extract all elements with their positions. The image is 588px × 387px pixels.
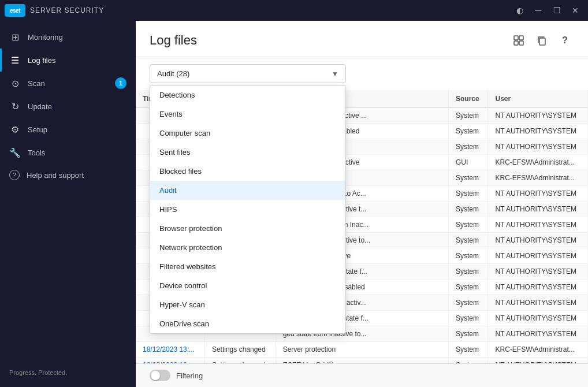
eset-logo: eset — [5, 4, 25, 17]
contrast-button[interactable]: ◐ — [512, 2, 528, 18]
cell-user: NT AUTHORITY\SYSTEM — [488, 326, 588, 342]
cell-event: Settings changed — [204, 358, 276, 364]
cell-source: System — [449, 295, 488, 311]
cell-source: System — [449, 342, 488, 358]
scan-badge: 1 — [115, 77, 126, 89]
cell-source: System — [449, 311, 488, 326]
cell-source: System — [449, 248, 488, 264]
sidebar-item-log-files[interactable]: ☰ Log files — [0, 49, 136, 72]
cell-user: KRC-EFSW\Administrat... — [488, 342, 588, 358]
dropdown-item-computer-scan[interactable]: Computer scan — [150, 124, 345, 143]
sidebar-label: Scan — [28, 79, 45, 88]
dropdown-item-hips[interactable]: HIPS — [150, 200, 345, 219]
content-area: Log files ? — [136, 21, 588, 387]
cell-user: NT AUTHORITY\SYSTEM — [488, 186, 588, 202]
log-type-dropdown[interactable]: Audit (28) ▼ — [150, 64, 346, 83]
sidebar-label: Monitoring — [28, 33, 63, 42]
cell-user: NT AUTHORITY\SYSTEM — [488, 311, 588, 326]
dropdown-menu: Detections Events Computer scan Sent fil… — [150, 85, 346, 334]
dropdown-item-events[interactable]: Events — [150, 105, 345, 124]
close-button[interactable]: ✕ — [567, 2, 583, 18]
cell-time: 18/12/2023 13:... — [136, 358, 204, 364]
sidebar-label: Update — [28, 102, 52, 111]
table-row[interactable]: 18/12/2023 13:... Settings changed Serve… — [136, 342, 588, 358]
cell-message: Server protection — [276, 342, 448, 358]
cell-user: NT AUTHORITY\SYSTEM — [488, 358, 588, 364]
cell-user: NT AUTHORITY\SYSTEM — [488, 280, 588, 295]
cell-user: NT AUTHORITY\SYSTEM — [488, 139, 588, 155]
dropdown-item-detections[interactable]: Detections — [150, 85, 345, 105]
tools-icon: 🔧 — [9, 147, 21, 158]
dropdown-area: Audit (28) ▼ Detections Events Computer … — [136, 57, 588, 90]
cell-user: NT AUTHORITY\SYSTEM — [488, 108, 588, 124]
dropdown-selected-value: Audit (28) — [157, 69, 189, 78]
cell-source: System — [449, 326, 488, 342]
toggle-knob — [151, 371, 160, 380]
cell-source: System — [449, 139, 488, 155]
col-header-user: User — [488, 90, 588, 108]
header-actions: ? — [509, 31, 574, 50]
monitoring-icon: ⊞ — [9, 31, 21, 43]
cell-user: NT AUTHORITY\SYSTEM — [488, 217, 588, 233]
cell-source: System — [449, 264, 488, 280]
sidebar-item-help[interactable]: ? Help and support — [0, 164, 136, 186]
sidebar-label: Log files — [28, 56, 55, 65]
footer: Filtering — [136, 363, 588, 387]
dropdown-item-filtered-websites[interactable]: Filtered websites — [150, 257, 345, 276]
dropdown-item-hyperv-scan[interactable]: Hyper-V scan — [150, 295, 345, 314]
sidebar-item-update[interactable]: ↻ Update — [0, 95, 136, 118]
cell-source: GUI — [449, 155, 488, 170]
cell-time: 18/12/2023 13:... — [136, 342, 204, 358]
update-icon: ↻ — [9, 101, 21, 112]
sidebar-label: Setup — [28, 125, 47, 134]
help-icon: ? — [9, 170, 20, 180]
cell-event: Settings changed — [204, 342, 276, 358]
maximize-button[interactable]: ❐ — [549, 2, 565, 18]
filtering-toggle[interactable] — [150, 370, 170, 381]
titlebar: eset SERVER SECURITY ◐ ─ ❐ ✕ — [0, 0, 588, 21]
grid-view-button[interactable] — [509, 31, 528, 50]
dropdown-item-device-control[interactable]: Device control — [150, 276, 345, 295]
cell-source: System — [449, 358, 488, 364]
table-row[interactable]: 18/12/2023 13:... Settings changed ESET … — [136, 358, 588, 364]
dropdown-item-audit[interactable]: Audit — [150, 181, 345, 200]
svg-rect-3 — [519, 41, 523, 45]
minimize-button[interactable]: ─ — [530, 2, 546, 18]
cell-user: KRC-EFSW\Administrat... — [488, 170, 588, 186]
cell-user: NT AUTHORITY\SYSTEM — [488, 248, 588, 264]
sidebar-item-tools[interactable]: 🔧 Tools — [0, 141, 136, 164]
sidebar-item-scan[interactable]: ⊙ Scan 1 — [0, 72, 136, 95]
help-button[interactable]: ? — [556, 31, 574, 50]
sidebar-item-monitoring[interactable]: ⊞ Monitoring — [0, 25, 136, 49]
cell-source: System — [449, 280, 488, 295]
sidebar: ⊞ Monitoring ☰ Log files ⊙ Scan 1 ↻ Upda… — [0, 21, 136, 387]
dropdown-item-blocked-files[interactable]: Blocked files — [150, 162, 345, 181]
sidebar-label: Help and support — [27, 171, 84, 180]
page-title: Log files — [150, 33, 197, 48]
filtering-label: Filtering — [176, 371, 203, 380]
dropdown-item-browser-protection[interactable]: Browser protection — [150, 219, 345, 238]
svg-rect-4 — [539, 38, 545, 45]
main-layout: ⊞ Monitoring ☰ Log files ⊙ Scan 1 ↻ Upda… — [0, 21, 588, 387]
cell-source: System — [449, 186, 488, 202]
setup-icon: ⚙ — [9, 124, 21, 135]
cell-source: System — [449, 108, 488, 124]
scan-icon: ⊙ — [9, 77, 21, 89]
copy-button[interactable] — [533, 31, 551, 50]
cell-source: System — [449, 170, 488, 186]
cell-user: NT AUTHORITY\SYSTEM — [488, 124, 588, 139]
sidebar-item-setup[interactable]: ⚙ Setup — [0, 118, 136, 141]
svg-rect-1 — [519, 36, 523, 40]
log-files-icon: ☰ — [9, 54, 21, 66]
cell-source: System — [449, 202, 488, 217]
cell-user: KRC-EFSW\Administrat... — [488, 155, 588, 170]
dropdown-item-network-protection[interactable]: Network protection — [150, 238, 345, 257]
dropdown-arrow-icon: ▼ — [332, 70, 338, 78]
svg-rect-0 — [514, 36, 518, 40]
cell-user: NT AUTHORITY\SYSTEM — [488, 233, 588, 248]
dropdown-item-onedrive-scan[interactable]: OneDrive scan — [150, 314, 345, 333]
cell-user: NT AUTHORITY\SYSTEM — [488, 264, 588, 280]
cell-user: NT AUTHORITY\SYSTEM — [488, 202, 588, 217]
dropdown-item-sent-files[interactable]: Sent files — [150, 143, 345, 162]
cell-source: System — [449, 217, 488, 233]
